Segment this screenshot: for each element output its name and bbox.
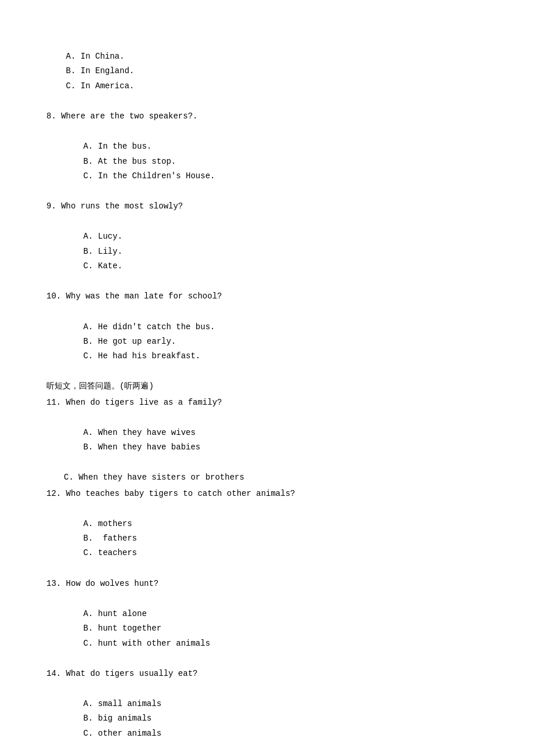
q10-option-a: A. He didn't catch the bus. <box>84 320 246 334</box>
q8-option-c: C. In the Children's House. <box>84 171 215 181</box>
q8-options: A. In the bus. B. At the bus stop. C. In… <box>46 125 488 198</box>
q12-option-b: B. fathers <box>84 531 200 546</box>
q11-c: C. When they have sisters or brothers <box>46 470 488 485</box>
q10-options: A. He didn't catch the bus. B. He got up… <box>46 305 488 378</box>
q9-options: A. Lucy. B. Lily. C. Kate. <box>46 215 488 288</box>
q7-option-a: A. In China. <box>66 49 194 64</box>
q9-option-b: B. Lily. <box>84 244 211 259</box>
q12-option-a: A. mothers <box>84 517 200 531</box>
q14-option-b: B. big animals <box>84 711 211 726</box>
q12-text: 12. Who teaches baby tigers to catch oth… <box>46 487 488 501</box>
section-listen-label: 听短文，回答问题。(听两遍) <box>46 379 488 394</box>
q8-text: 8. Where are the two speakers?. <box>46 109 488 124</box>
q13-option-c: C. hunt with other animals <box>84 639 210 648</box>
q9-text: 9. Who runs the most slowly? <box>46 199 488 214</box>
exam-content: A. In China. B. In England. C. In Americ… <box>46 35 488 756</box>
q14-text: 14. What do tigers usually eat? <box>46 667 488 681</box>
q11-option-a: A. When they have wives <box>84 426 258 440</box>
q13-text: 13. How do wolves hunt? <box>46 577 488 591</box>
q10-text: 10. Why was the man late for school? <box>46 289 488 304</box>
q9-option-a: A. Lucy. <box>84 229 211 244</box>
q10-option-c: C. He had his breakfast. <box>84 351 201 361</box>
q8-option-a: A. In the bus. <box>84 139 211 154</box>
q7-option-b: B. In England. <box>66 64 194 78</box>
q11-option-b: B. When they have babies <box>84 442 201 452</box>
q13-option-b: B. hunt together <box>84 621 211 636</box>
q14-option-a: A. small animals <box>84 697 211 711</box>
q10-option-b: B. He got up early. <box>84 334 223 349</box>
q11-ab: A. When they have wives B. When they hav… <box>46 411 488 470</box>
q7-option-c: C. In America. <box>66 81 135 91</box>
q11-text: 11. When do tigers live as a family? <box>46 395 488 410</box>
q13-options: A. hunt alone B. hunt together C. hunt w… <box>46 592 488 665</box>
q14-options: A. small animals B. big animals C. other… <box>46 682 488 755</box>
q12-options: A. mothers B. fathers C. teachers <box>46 502 488 575</box>
q14-option-c: C. other animals <box>84 729 161 738</box>
q7-options: A. In China. B. In England. C. In Americ… <box>46 35 488 108</box>
q12-option-c: C. teachers <box>84 548 137 557</box>
q9-option-c: C. Kate. <box>84 261 122 271</box>
q13-option-a: A. hunt alone <box>84 607 211 621</box>
q8-option-b: B. At the bus stop. <box>84 154 211 169</box>
